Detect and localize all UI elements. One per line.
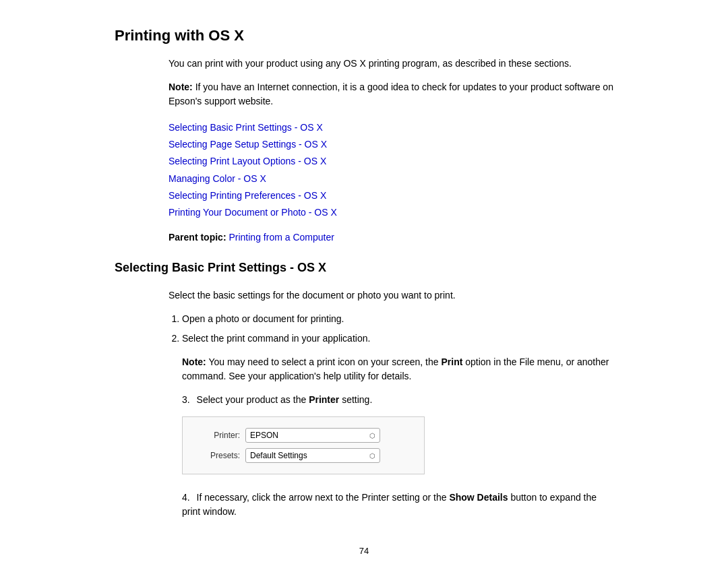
- page-title: Printing with OS X: [115, 27, 613, 44]
- numbered-list: Open a photo or document for printing. S…: [182, 312, 613, 346]
- numbered-list-2: 3. Select your product as the Printer se…: [182, 393, 613, 407]
- parent-topic: Parent topic: Printing from a Computer: [169, 230, 613, 245]
- link-printing-document[interactable]: Printing Your Document or Photo - OS X: [169, 204, 613, 221]
- printer-label: Printer:: [196, 431, 240, 440]
- presets-value: Default Settings: [250, 451, 307, 460]
- page-container: Printing with OS X You can print with yo…: [101, 0, 627, 562]
- list-item-3-prefix: Select your product as the: [197, 394, 309, 405]
- presets-dropdown-arrow: ⬡: [369, 452, 375, 460]
- list-item-2: Select the print command in your applica…: [182, 332, 613, 346]
- printer-dropdown: EPSON ⬡: [245, 428, 380, 443]
- printer-row: Printer: EPSON ⬡: [196, 428, 411, 443]
- step-4: 4. If necessary, click the arrow next to…: [182, 491, 613, 519]
- note-block-1: Note: If you have an Internet connection…: [169, 80, 613, 108]
- parent-topic-label: Parent topic:: [169, 232, 226, 243]
- page-number: 74: [115, 546, 613, 556]
- note2-print-bold: Print: [441, 356, 462, 367]
- link-page-setup[interactable]: Selecting Page Setup Settings - OS X: [169, 136, 613, 153]
- printer-value: EPSON: [250, 431, 278, 440]
- note2-bold: Note:: [182, 356, 206, 367]
- section2-intro: Select the basic settings for the docume…: [169, 288, 613, 303]
- section-divider: Selecting Basic Print Settings - OS X: [115, 261, 613, 275]
- link-print-layout[interactable]: Selecting Print Layout Options - OS X: [169, 153, 613, 170]
- section2-title: Selecting Basic Print Settings - OS X: [115, 261, 613, 275]
- step4-bold: Show Details: [449, 492, 508, 503]
- link-managing-color[interactable]: Managing Color - OS X: [169, 170, 613, 187]
- list-item-3-suffix: setting.: [339, 394, 372, 405]
- presets-dropdown: Default Settings ⬡: [245, 448, 380, 463]
- note1-bold: Note:: [169, 82, 193, 92]
- note1-text: If you have an Internet connection, it i…: [169, 82, 613, 106]
- step4-prefix: If necessary, click the arrow next to th…: [197, 492, 450, 503]
- parent-topic-link[interactable]: Printing from a Computer: [229, 232, 334, 243]
- presets-row: Presets: Default Settings ⬡: [196, 448, 411, 463]
- link-printing-preferences[interactable]: Selecting Printing Preferences - OS X: [169, 187, 613, 204]
- printer-dropdown-arrow: ⬡: [369, 432, 375, 439]
- printer-dialog-image: Printer: EPSON ⬡ Presets: Default Settin…: [182, 416, 425, 474]
- list-item-3: 3. Select your product as the Printer se…: [182, 393, 613, 407]
- list-item-1: Open a photo or document for printing.: [182, 312, 613, 326]
- intro-text: You can print with your product using an…: [169, 57, 613, 71]
- note-block-2: Note: You may need to select a print ico…: [182, 355, 613, 383]
- note2-text: You may need to select a print icon on y…: [206, 356, 442, 367]
- list-item-3-bold: Printer: [309, 394, 339, 405]
- links-block: Selecting Basic Print Settings - OS X Se…: [169, 119, 613, 221]
- link-basic-print[interactable]: Selecting Basic Print Settings - OS X: [169, 119, 613, 136]
- presets-label: Presets:: [196, 451, 240, 460]
